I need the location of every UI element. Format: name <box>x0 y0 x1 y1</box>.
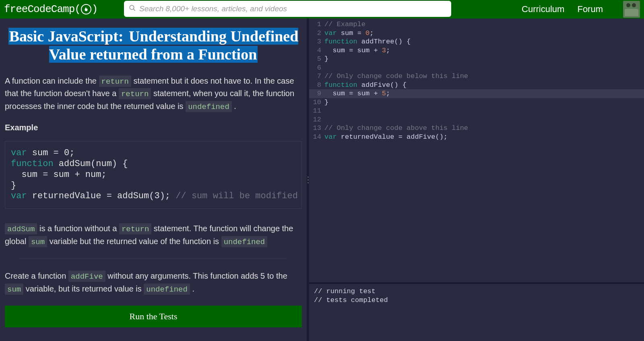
p3c: variable, but its returned value is <box>23 284 144 293</box>
code-line[interactable]: 14var returnedValue = addFive(); <box>309 133 644 142</box>
code-undefined-1: undefined <box>186 101 232 112</box>
code-editor[interactable]: 1// Example2var sum = 0;3function addThr… <box>309 18 644 282</box>
line-number: 5 <box>309 55 324 64</box>
line-number: 10 <box>309 98 324 107</box>
code-return-1: return <box>99 76 131 87</box>
paragraph-3: Create a function addFive without any ar… <box>5 270 302 295</box>
line-number: 11 <box>309 107 324 115</box>
lesson-title: Basic JavaScript: Understanding Undefine… <box>5 27 302 64</box>
code-line[interactable]: 8function addFive() { <box>309 81 644 90</box>
example-header: Example <box>5 123 302 132</box>
brand-logo[interactable]: freeCodeCamp ( ) <box>4 3 97 15</box>
line-number: 13 <box>309 124 324 133</box>
search-container <box>124 1 451 17</box>
code-line[interactable]: 9 sum = sum + 5; <box>309 89 644 98</box>
brand-text-a: freeCodeCamp <box>4 3 74 15</box>
code-sum-2: sum <box>5 283 23 295</box>
code-return-2: return <box>119 88 151 99</box>
code-line[interactable]: 4 sum = sum + 3; <box>309 46 644 55</box>
code-line[interactable]: 13// Only change code above this line <box>309 124 644 133</box>
brand-paren-close: ) <box>92 3 98 15</box>
paragraph-1: A function can include the return statem… <box>5 75 302 113</box>
code-line[interactable]: 2var sum = 0; <box>309 29 644 38</box>
title-highlight-a: Basic JavaScript: <box>8 28 128 45</box>
line-number: 8 <box>309 81 324 90</box>
nav-curriculum[interactable]: Curriculum <box>522 4 564 14</box>
code-line[interactable]: 6 <box>309 64 644 72</box>
paragraph-2: addSum is a function without a return st… <box>5 222 302 248</box>
code-undefined-3: undefined <box>144 283 190 295</box>
avatar[interactable] <box>623 1 640 18</box>
line-number: 9 <box>309 89 324 98</box>
editor-panel: 1// Example2var sum = 0;3function addThr… <box>309 18 644 341</box>
header-bar: freeCodeCamp ( ) Curriculum Forum <box>0 0 644 18</box>
p1a: A function can include the <box>5 76 99 85</box>
code-line[interactable]: 1// Example <box>309 20 644 29</box>
svg-line-1 <box>133 9 135 11</box>
brand-paren-open: ( <box>74 3 80 15</box>
search-input[interactable] <box>124 1 451 17</box>
line-number: 4 <box>309 46 324 55</box>
run-tests-button[interactable]: Run the Tests <box>5 306 302 327</box>
p3end: . <box>190 284 194 293</box>
code-line[interactable]: 3function addThree() { <box>309 37 644 46</box>
console-output[interactable]: // running test// tests completed <box>309 282 644 341</box>
code-sum-1: sum <box>29 236 47 247</box>
line-number: 1 <box>309 20 324 29</box>
instructions-divider <box>19 258 287 259</box>
line-number: 3 <box>309 37 324 46</box>
line-number: 2 <box>309 29 324 38</box>
flame-icon <box>81 4 91 14</box>
instructions-panel[interactable]: Basic JavaScript: Understanding Undefine… <box>0 18 307 341</box>
code-undefined-2: undefined <box>221 236 268 247</box>
code-line[interactable]: 12 <box>309 115 644 124</box>
line-number: 6 <box>309 64 324 72</box>
code-line[interactable]: 5} <box>309 55 644 64</box>
code-addsum: addSum <box>5 223 37 234</box>
code-addfive: addFive <box>68 271 105 282</box>
search-icon <box>129 4 136 13</box>
header-nav: Curriculum Forum <box>522 1 640 18</box>
code-line[interactable]: 11 <box>309 107 644 115</box>
svg-point-0 <box>130 5 134 10</box>
code-line[interactable]: 7// Only change code below this line <box>309 72 644 81</box>
line-number: 14 <box>309 133 324 142</box>
console-line: // running test <box>314 287 639 296</box>
line-number: 7 <box>309 72 324 81</box>
p3b: without any arguments. This function add… <box>105 271 287 280</box>
code-line[interactable]: 10} <box>309 98 644 107</box>
p3a: Create a function <box>5 271 68 280</box>
p1end: . <box>232 102 236 111</box>
line-number: 12 <box>309 115 324 124</box>
example-code-block: var sum = 0; function addSum(num) { sum … <box>5 141 302 209</box>
code-return-3: return <box>119 223 151 234</box>
p2a: is a function without a <box>37 224 119 233</box>
main-split: Basic JavaScript: Understanding Undefine… <box>0 18 644 341</box>
console-line: // tests completed <box>314 296 639 305</box>
nav-forum[interactable]: Forum <box>577 4 603 14</box>
p2c: variable but the returned value of the f… <box>47 237 221 246</box>
